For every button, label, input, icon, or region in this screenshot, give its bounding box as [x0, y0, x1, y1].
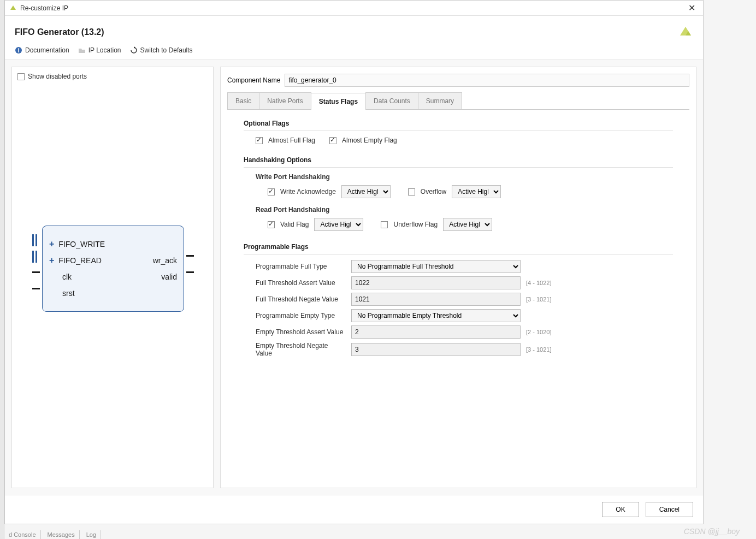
full-assert-range: [4 - 1022] [526, 280, 570, 286]
tabs: Basic Native Ports Status Flags Data Cou… [227, 92, 689, 110]
tab-data-counts[interactable]: Data Counts [365, 92, 418, 109]
empty-assert-input[interactable] [351, 325, 521, 339]
write-ack-label: Write Acknowledge [280, 188, 336, 196]
dialog-window: Re-customize IP ✕ FIFO Generator (13.2) … [4, 0, 704, 524]
schematic-panel: Show disabled ports +FIFO_WRITE +FIFO_RE… [11, 67, 214, 488]
read-handshaking-heading: Read Port Handshaking [256, 206, 673, 214]
titlebar: Re-customize IP ✕ [5, 1, 703, 16]
valid-flag-select[interactable]: Active High [314, 218, 363, 231]
header: FIFO Generator (13.2) [5, 16, 703, 46]
write-ack-select[interactable]: Active High [341, 185, 391, 198]
svg-text:i: i [18, 48, 20, 54]
switch-defaults-link[interactable]: Switch to Defaults [130, 46, 193, 54]
show-disabled-label: Show disabled ports [28, 73, 87, 80]
empty-negate-label: Empty Threshold Negate Value [256, 342, 346, 357]
close-button[interactable]: ✕ [685, 3, 699, 13]
write-handshaking-heading: Write Port Handshaking [256, 173, 673, 181]
prog-full-type-select[interactable]: No Programmable Full Threshold [351, 260, 521, 273]
handshaking-heading: Handshaking Options [244, 156, 673, 164]
expand-icon[interactable]: + [49, 239, 54, 249]
full-negate-input[interactable] [351, 293, 521, 306]
watermark: CSDN @jj__boy [684, 527, 740, 536]
prog-flags-heading: Programmable Flags [244, 243, 673, 251]
empty-negate-range: [3 - 1021] [526, 346, 570, 353]
full-negate-range: [3 - 1021] [526, 296, 570, 303]
page-title: FIFO Generator (13.2) [15, 27, 104, 37]
component-name-label: Component Name [227, 76, 280, 84]
tab-summary[interactable]: Summary [418, 92, 462, 109]
full-assert-label: Full Threshold Assert Value [256, 279, 346, 287]
full-assert-input[interactable] [351, 276, 521, 289]
port-label: FIFO_READ [58, 256, 102, 265]
optional-flags-heading: Optional Flags [244, 120, 673, 127]
underflow-checkbox[interactable] [381, 221, 388, 228]
port-label: clk [62, 273, 72, 281]
prog-empty-type-label: Programmable Empty Type [256, 312, 346, 319]
valid-flag-label: Valid Flag [280, 221, 309, 228]
almost-empty-checkbox[interactable] [329, 137, 336, 144]
overflow-label: Overflow [421, 188, 446, 196]
component-name-input[interactable] [285, 74, 689, 87]
port-label: valid [161, 273, 177, 281]
vendor-logo [678, 25, 693, 40]
footer: OK Cancel [5, 495, 703, 524]
body: Show disabled ports +FIFO_WRITE +FIFO_RE… [5, 60, 703, 495]
almost-empty-label: Almost Empty Flag [342, 137, 397, 144]
prog-empty-type-select[interactable]: No Programmable Empty Threshold [351, 309, 521, 322]
empty-assert-range: [2 - 1020] [526, 329, 570, 335]
port-label: wr_ack [153, 256, 177, 265]
show-disabled-checkbox[interactable] [17, 73, 25, 80]
bottom-tabs: d Console Messages Log [4, 530, 101, 539]
cancel-button[interactable]: Cancel [646, 502, 693, 517]
ip-block-diagram: +FIFO_WRITE +FIFO_READwr_ack clkvalid sr… [42, 226, 184, 312]
prog-full-type-label: Programmable Full Type [256, 263, 346, 270]
folder-icon [78, 46, 86, 54]
tab-content: Optional Flags Almost Full Flag Almost E… [227, 110, 689, 481]
underflow-label: Underflow Flag [393, 221, 438, 228]
write-ack-checkbox[interactable] [268, 188, 275, 196]
empty-assert-label: Empty Threshold Assert Value [256, 328, 346, 336]
overflow-select[interactable]: Active High [452, 185, 501, 198]
app-icon [9, 4, 17, 12]
toolbar: i Documentation IP Location Switch to De… [5, 46, 703, 60]
refresh-icon [130, 46, 138, 54]
tab-basic[interactable]: Basic [227, 92, 259, 109]
info-icon: i [15, 46, 22, 54]
port-label: srst [62, 289, 75, 298]
ok-button[interactable]: OK [602, 502, 639, 517]
expand-icon[interactable]: + [49, 256, 54, 265]
port-label: FIFO_WRITE [58, 240, 105, 248]
empty-negate-input[interactable] [351, 343, 521, 356]
config-panel: Component Name Basic Native Ports Status… [220, 67, 696, 488]
underflow-select[interactable]: Active High [443, 218, 492, 231]
almost-full-checkbox[interactable] [256, 137, 263, 144]
tab-native-ports[interactable]: Native Ports [259, 92, 311, 109]
almost-full-label: Almost Full Flag [268, 137, 315, 144]
valid-flag-checkbox[interactable] [268, 221, 275, 228]
ip-location-link[interactable]: IP Location [78, 46, 121, 54]
window-title: Re-customize IP [20, 4, 68, 12]
full-negate-label: Full Threshold Negate Value [256, 295, 346, 303]
tab-status-flags[interactable]: Status Flags [311, 93, 366, 110]
documentation-link[interactable]: i Documentation [15, 46, 69, 54]
overflow-checkbox[interactable] [408, 188, 415, 196]
